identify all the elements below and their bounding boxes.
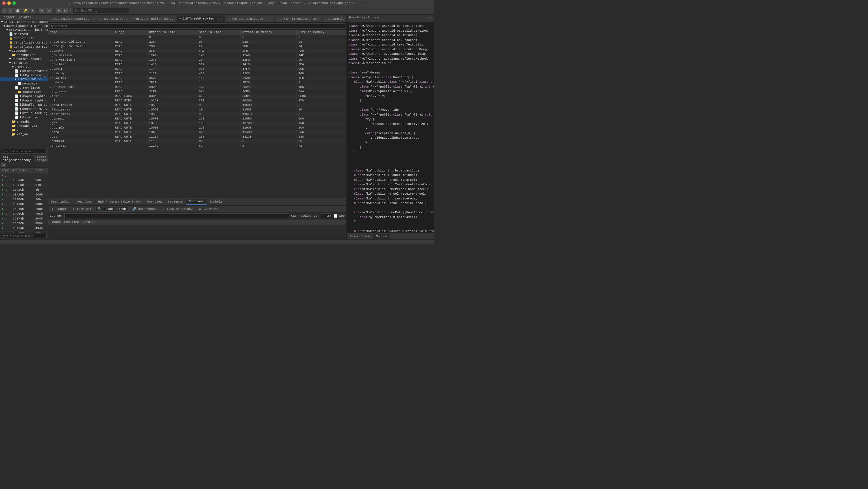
toolbar-step[interactable]: ▶ (56, 8, 62, 13)
tree-item-12[interactable]: 📄libEncryptorP.so (0, 69, 48, 73)
tree-item-22[interactable]: 📄libfile_lock_pg.so (0, 111, 48, 115)
table-row[interactable]: .gnu.version_rREAD13F02013F020 (48, 58, 346, 62)
hierarchy-row[interactable]: ▼_JNIEnv (0, 173, 48, 178)
toolbar-btn-2[interactable]: + (8, 8, 13, 13)
tab-tab2[interactable]: ≡metadata/Text (97, 15, 130, 22)
hierarchy-row[interactable]: ● Java_com_w_thsz_InsideUse_thA139E0h30h (0, 197, 48, 202)
tree-item-9[interactable]: ▼Resources Assets (0, 57, 48, 61)
table-row[interactable]: .rela.pltREAD26284F826284F8 (48, 76, 346, 80)
hierarchy-tab-1[interactable]: arm64 image/Hiera... (34, 155, 48, 162)
right-bottom-tab-rt1[interactable]: Description (347, 234, 373, 239)
bottom-tab-bt1[interactable]: Description (48, 199, 74, 204)
hierarchy-row[interactable]: ● Java_com_w_thsz_InsideUse_thC14210h288… (0, 207, 48, 211)
table-row[interactable]: .textREAD EXEC3384CEDC3384CEDC (48, 94, 346, 98)
hierarchy-row[interactable]: ● Java_com_w_thsz_InsideUse_thD14C6Ch70C… (0, 211, 48, 217)
minimize-button[interactable] (7, 1, 11, 5)
tree-item-24[interactable]: 📂armeabi (0, 120, 48, 124)
table-row[interactable]: .gotREAD WRTE107B0158117B0158 (48, 121, 346, 125)
logger-tab-lt4[interactable]: 🔗 References (130, 206, 159, 211)
bottom-tab-bt6[interactable]: Sections (186, 199, 207, 204)
bottom-tab-bt2[interactable]: Hex Dump (74, 199, 95, 204)
tree-item-27[interactable]: 📂x86_64 (0, 132, 48, 136)
tree-item-13[interactable]: 📄libPglmetasec_ov.so (0, 73, 48, 77)
table-row[interactable]: .gnu.hashREAD14103E414103E4 (48, 62, 346, 67)
toolbar-redo[interactable]: ↪ (46, 8, 52, 13)
hierarchy-tab-0[interactable]: x86 image/Hierarchy (0, 155, 34, 162)
hierarchy-row[interactable]: ● Java_com_w_thsz_InsideUse_thE15378h204… (0, 217, 48, 221)
loc-checkbox[interactable] (334, 214, 337, 218)
hierarchy-row[interactable]: ● sub_133A4133A4h14h (0, 178, 48, 183)
maximize-button[interactable] (12, 1, 16, 5)
tree-item-16[interactable]: 📄arm64 image (0, 86, 48, 90)
tree-item-6[interactable]: 🔒Certificate #3 (v3) (0, 45, 48, 49)
hierarchy-row[interactable]: ● set_process_name(_JNIEnv*, _jstring*)1… (0, 226, 48, 231)
logger-tab-lt3[interactable]: 🔍 Quick Search (95, 206, 129, 211)
tree-item-14[interactable]: ▼libThreeWP.so (0, 77, 48, 82)
toolbar-btn-5[interactable]: ● (30, 8, 35, 13)
tree-item-20[interactable]: 📄libbuffer_pg.so (0, 102, 48, 107)
table-row[interactable]: .eh_frame_hdrREAD2B241BC2B241BC (48, 85, 346, 89)
tree-item-15[interactable]: 📄metadata (0, 82, 48, 86)
tab-tab6[interactable]: ≡arm64 image/Imports✕ (275, 15, 322, 22)
tree-item-18[interactable]: 📄libapminsighta.so (0, 94, 48, 98)
table-row[interactable]: 0000 (48, 35, 346, 40)
tab-tab3[interactable]: ♦privacy_policy_se... (130, 15, 177, 22)
bottom-tab-bt3[interactable]: ELF Program Table (raw) (95, 199, 144, 204)
table-row[interactable]: .dynamicREAD WRTE105F01C0115F01C0 (48, 117, 346, 121)
tree-item-21[interactable]: 📄libcronet.76.0.3809.111.so (0, 107, 48, 111)
table-row[interactable]: .fini_arrayREAD WRTE105D810115D810 (48, 107, 346, 112)
tab-close-4[interactable]: ✕ (270, 17, 272, 21)
table-row[interactable]: .rodataREAD2B2012B201 (48, 80, 346, 85)
hierarchy-toolbar-btn[interactable]: ⊞ (1, 163, 6, 167)
toolbar-play[interactable]: ▷ (63, 8, 68, 13)
tree-item-8[interactable]: 📂decompiler (0, 53, 48, 57)
table-row[interactable]: .got.pltREAD WRTE109081C0119081C0 (48, 125, 346, 130)
table-row[interactable]: .pltREAD EXEC1026037010260370 (48, 98, 346, 103)
window-controls[interactable] (2, 1, 16, 5)
right-bottom-tab-rt2[interactable]: Source (373, 234, 391, 239)
tree-item-3[interactable]: 📄Manifest (0, 32, 48, 36)
tab-close-3[interactable]: ✕ (221, 17, 222, 20)
source-input[interactable] (64, 213, 289, 218)
bottom-tab-bt4[interactable]: Overview (144, 199, 165, 204)
tab-tab5[interactable]: ≡x86 image/Disasse...✕ (225, 15, 275, 22)
tab-tab4[interactable]: ≡libThreeWP.so/Sec...✕ (177, 15, 226, 22)
toolbar-btn-1[interactable]: ≡ (2, 8, 7, 13)
logger-tab-lt5[interactable]: T Type Hierarchy (160, 206, 195, 211)
hierarchy-row[interactable]: ● _Z8sub_25c8v133E8h34h (0, 183, 48, 188)
table-row[interactable]: .note.android.identREAD2389823898 (48, 39, 346, 44)
project-search-input[interactable] (1, 149, 46, 154)
tree-item-2[interactable]: ▼com.wallpaper.hd.funny (0, 28, 48, 32)
hierarchy-search-input[interactable] (1, 234, 46, 238)
tab-close-0[interactable]: ✕ (92, 17, 94, 21)
tree-item-7[interactable]: ▼Bytecode (0, 49, 48, 53)
hierarchy-row[interactable]: ● cpkg(_JNIEnv*, _jobject*)13A10h800h (0, 202, 48, 207)
hierarchy-row[interactable]: ● Java_com_w_thsz_InsideUse_thB13420h5C0… (0, 192, 48, 197)
tree-item-1[interactable]: ▼360Wallpaper_1.0.4_apkcombo.com.apk (0, 24, 48, 28)
tree-item-19[interactable]: 📄libapminsightb.so (0, 98, 48, 102)
bottom-tab-bt7[interactable]: Symbols (207, 199, 226, 204)
tree-item-23[interactable]: 📄libmmkv.so (0, 115, 48, 120)
tree-item-25[interactable]: 📂armeabi-v7a (0, 124, 48, 128)
omnibox-input[interactable] (73, 8, 129, 13)
hierarchy-row[interactable]: ● _Z8sub_25c9v1341Ch4h (0, 188, 48, 192)
tree-item-11[interactable]: ▼arm64-v8a (0, 65, 48, 69)
right-panel-close[interactable]: × (427, 15, 434, 22)
tree-item-26[interactable]: 📂x86 (0, 128, 48, 132)
logger-tab-lt2[interactable]: > Terminal (70, 206, 94, 211)
tree-item-10[interactable]: ▼Libraries (0, 61, 48, 65)
table-row[interactable]: .dataREAD WRTE10AD066612AD0666 (48, 130, 346, 134)
table-row[interactable]: .shstrtab111FCF20F2 (48, 143, 346, 148)
toolbar-btn-3[interactable]: 💾 (14, 8, 21, 13)
tree-item-17[interactable]: 📂decompiler (0, 90, 48, 94)
table-row[interactable]: .rela.dynREAD21C046821C0468 (48, 71, 346, 76)
logger-tab-lt1[interactable]: ▶ Logger (49, 206, 69, 211)
table-row[interactable]: .dynsymREAD2F8FA82F8FA8 (48, 48, 346, 53)
hierarchy-row[interactable]: ● startProcess(_JNIEnv*, char const*1557… (0, 221, 48, 226)
logger-tab-lt6[interactable]: ≡ Overrides (196, 206, 222, 211)
segment-search-input[interactable] (49, 24, 345, 29)
toolbar-undo[interactable]: ↩ (39, 8, 45, 13)
table-row[interactable]: .init_arrayREAD WRTE105E88115E88 (48, 112, 346, 117)
tree-item-5[interactable]: 🔒Certificate #2 (v2) (0, 40, 48, 45)
table-row[interactable]: .gnu.versionREAD12A014E12A014E (48, 53, 346, 58)
